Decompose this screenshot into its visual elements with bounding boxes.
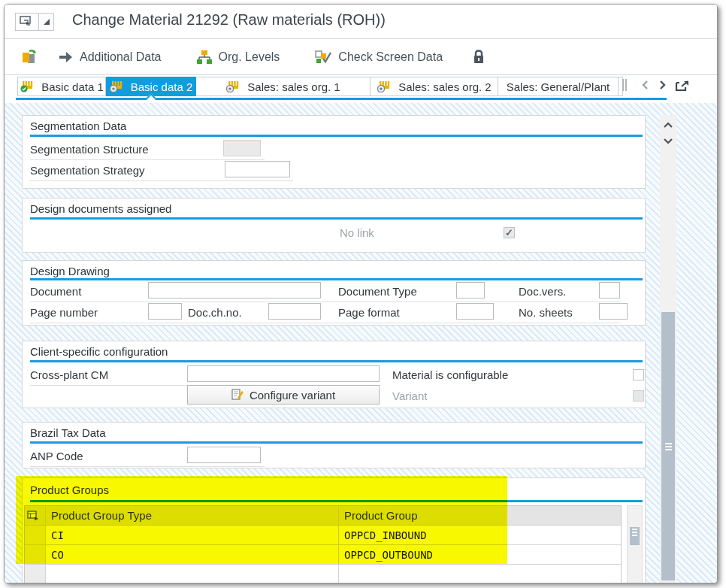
tab-label: Basic data 2 — [131, 80, 193, 93]
no-sheets-label: No. sheets — [519, 306, 573, 319]
tab-scroll-right-button[interactable] — [657, 79, 667, 91]
tab-label: Sales: sales org. 1 — [247, 80, 340, 93]
document-type-label: Document Type — [338, 285, 417, 298]
column-header-product-group-type[interactable]: Product Group Type — [46, 506, 339, 525]
no-sheets-field[interactable] — [599, 303, 628, 320]
row-selector[interactable] — [25, 526, 46, 544]
doc-ch-no-label: Doc.ch.no. — [188, 306, 242, 319]
doc-vers-field[interactable] — [599, 282, 620, 299]
section-title: Design Drawing — [30, 265, 110, 277]
section-rule — [30, 217, 643, 220]
table-row[interactable]: CI OPPCD_INBOUND — [25, 526, 621, 545]
chevron-right-icon — [657, 79, 667, 91]
additional-data-button[interactable]: Additional Data — [53, 45, 166, 69]
product-groups-table: Product Group Type Product Group CI OPPC… — [24, 505, 622, 583]
configure-variant-label: Configure variant — [250, 389, 335, 402]
table-row-empty[interactable] — [25, 565, 621, 583]
configure-variant-icon — [231, 389, 244, 401]
cell-product-group[interactable]: OPPCD_OUTBOUND — [339, 545, 621, 564]
section-design-drawing: Design Drawing Document Document Type Do… — [22, 260, 646, 326]
gui-services-icon — [20, 16, 35, 28]
table-row[interactable]: CO OPPCD_OUTBOUND — [25, 545, 621, 565]
main-vertical-scrollbar[interactable] — [660, 115, 676, 583]
dropdown-corner-icon — [42, 17, 51, 26]
check-screen-data-button[interactable]: Check Screen Data — [310, 45, 447, 69]
table-vertical-scrollbar[interactable] — [627, 505, 643, 583]
tab-sales-general-plant[interactable]: Sales: General/Plant — [498, 77, 619, 96]
scroll-down-button[interactable] — [660, 135, 676, 148]
page-title: Change Material 21292 (Raw materials (RO… — [72, 11, 386, 29]
column-header-product-group[interactable]: Product Group — [339, 506, 621, 525]
display-change-toggle-button[interactable] — [15, 45, 42, 69]
tab-sales-org-1[interactable]: Sales: sales org. 1 — [196, 77, 371, 96]
segmentation-structure-label: Segmentation Structure — [30, 143, 149, 156]
page-number-label: Page number — [30, 306, 98, 319]
tab-underline — [16, 98, 667, 100]
tab-scroll-left-button[interactable] — [640, 79, 651, 91]
section-title: Segmentation Data — [30, 120, 126, 132]
section-brazil-tax: Brazil Tax Data ANP Code — [22, 422, 646, 468]
gui-menu-dropdown-button[interactable] — [39, 13, 54, 31]
lock-icon — [471, 49, 486, 65]
tab-label: Sales: General/Plant — [507, 80, 610, 93]
tab-basic-data-1[interactable]: Basic data 1 — [17, 77, 106, 96]
section-segmentation-data: Segmentation Data Segmentation Structure… — [22, 115, 646, 189]
content-background: Segmentation Data Segmentation Structure… — [5, 103, 717, 583]
segmentation-structure-field[interactable] — [223, 140, 261, 156]
section-rule — [30, 441, 643, 444]
page-number-field[interactable] — [148, 303, 182, 320]
section-product-groups: Product Groups Product Group Type Produc… — [22, 477, 646, 583]
scrollbar-thumb[interactable] — [661, 312, 675, 580]
row-selector[interactable] — [25, 545, 46, 564]
configure-variant-button[interactable]: Configure variant — [187, 385, 380, 405]
segmentation-strategy-field[interactable] — [225, 161, 290, 177]
row-selector[interactable] — [25, 565, 46, 583]
tab-sales-org-2[interactable]: Sales: sales org. 2 — [371, 77, 498, 96]
segmentation-strategy-label: Segmentation Strategy — [30, 164, 145, 177]
material-configurable-checkbox[interactable] — [633, 369, 644, 380]
variant-checkbox[interactable] — [633, 390, 644, 402]
section-title: Brazil Tax Data — [30, 426, 106, 439]
tab-complete-icon — [20, 80, 33, 92]
gui-services-button[interactable] — [15, 13, 39, 31]
cross-plant-cm-field[interactable] — [187, 365, 380, 382]
section-client-config: Client-specific configuration Cross-plan… — [22, 341, 646, 408]
tab-overflow-divider — [622, 79, 627, 91]
scroll-up-button[interactable] — [660, 118, 676, 132]
select-all-button[interactable] — [25, 506, 46, 525]
detach-tab-button[interactable] — [675, 79, 690, 92]
page-format-field[interactable] — [456, 303, 494, 320]
application-toolbar: Additional Data Org. Levels Check Screen… — [5, 40, 717, 75]
table-header-row: Product Group Type Product Group — [25, 506, 621, 526]
org-levels-button[interactable]: Org. Levels — [192, 45, 285, 69]
title-bar: Change Material 21292 (Raw materials (RO… — [5, 5, 717, 39]
cell-product-group[interactable]: OPPCD_INBOUND — [339, 526, 621, 544]
chevron-left-icon — [640, 79, 651, 91]
section-rule — [30, 135, 643, 137]
check-screen-data-icon — [314, 49, 332, 65]
no-link-checkbox[interactable]: ✓ — [504, 227, 515, 238]
section-title: Design documents assigned — [30, 202, 171, 215]
document-type-field[interactable] — [456, 282, 485, 299]
section-rule — [30, 360, 643, 362]
cell-product-group-type[interactable]: CO — [46, 545, 339, 564]
tab-pending-icon — [225, 80, 239, 92]
table-scrollbar-thumb[interactable] — [630, 527, 640, 545]
doc-ch-no-field[interactable] — [268, 303, 321, 320]
anp-code-field[interactable] — [187, 447, 261, 463]
no-link-label: No link — [340, 226, 374, 239]
display-change-icon — [20, 48, 38, 66]
tab-label: Basic data 1 — [41, 80, 104, 93]
detach-window-icon — [675, 79, 690, 92]
tab-label: Sales: sales org. 2 — [398, 80, 491, 93]
org-levels-label: Org. Levels — [219, 50, 280, 64]
doc-vers-label: Doc.vers. — [519, 285, 566, 298]
additional-data-label: Additional Data — [80, 50, 162, 64]
cell-product-group-type[interactable]: CI — [46, 526, 339, 544]
chevron-down-icon — [663, 138, 673, 145]
section-rule — [30, 500, 643, 502]
page-format-label: Page format — [338, 306, 400, 319]
lock-button[interactable] — [467, 45, 491, 69]
document-field[interactable] — [148, 282, 321, 299]
tab-strip: Basic data 1 Basic data 2 — [5, 76, 717, 103]
